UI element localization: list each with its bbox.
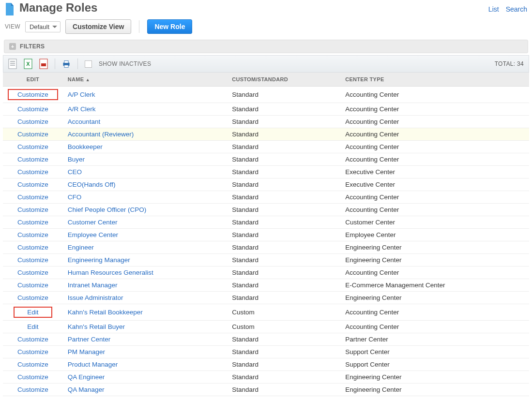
role-name-link[interactable]: Bookkeeper [68,143,103,150]
svg-rect-1 [10,61,15,62]
svg-text:X: X [26,61,30,67]
role-name-link[interactable]: Intranet Manager [68,281,118,289]
role-name-link[interactable]: Human Resources Generalist [68,269,153,276]
table-row: CustomizeEngineering ManagerStandardEngi… [3,254,529,267]
customize-role-link[interactable]: Customize [17,269,48,276]
toolbar: X SHOW INACTIVES TOTAL: 34 [3,55,529,73]
view-select[interactable]: Default [25,21,61,32]
print-icon[interactable] [62,59,71,69]
role-name-link[interactable]: Issue Administrator [68,294,123,301]
table-row: CustomizeResource ManagerStandardSupport… [3,396,529,400]
customize-role-link[interactable]: Customize [17,193,48,201]
role-center: Accounting Center [340,204,529,216]
column-edit[interactable]: EDIT [3,73,63,87]
page-file-icon [5,3,15,15]
role-name-link[interactable]: Kahn's Retail Buyer [68,323,125,330]
customize-role-link[interactable]: Customize [17,206,48,213]
column-type[interactable]: CUSTOM/STANDARD [227,73,340,87]
role-center: Support Center [340,358,529,371]
role-name-link[interactable]: QA Engineer [68,373,105,381]
role-name-link[interactable]: Employee Center [68,231,118,238]
customize-role-link[interactable]: Customize [17,348,48,356]
chevron-down-icon [52,26,57,28]
divider [139,20,139,33]
search-link[interactable]: Search [506,5,527,13]
table-row: CustomizeBuyerStandardAccounting Center [3,153,529,166]
show-inactives-checkbox[interactable] [85,60,92,68]
role-type: Standard [227,116,340,128]
role-name-link[interactable]: CEO(Hands Off) [68,181,116,188]
role-name-link[interactable]: CFO [68,193,82,201]
export-csv-icon[interactable] [8,59,17,69]
export-excel-icon[interactable]: X [24,59,32,69]
customize-role-link[interactable]: Customize [17,231,48,238]
role-center: Accounting Center [340,153,529,166]
table-row: CustomizeCEO(Hands Off)StandardExecutive… [3,178,529,191]
table-row: CustomizeBookkeeperStandardAccounting Ce… [3,141,529,153]
customize-role-link[interactable]: Customize [17,131,48,138]
customize-role-link[interactable]: Customize [17,294,48,301]
role-name-link[interactable]: Engineering Manager [68,256,130,264]
role-type: Custom [227,304,340,321]
customize-role-link[interactable]: Customize [17,105,48,113]
edit-role-link[interactable]: Edit [27,309,38,316]
customize-role-link[interactable]: Customize [17,361,48,368]
table-row: CustomizeAccountant (Reviewer)StandardAc… [3,128,529,141]
edit-role-link[interactable]: Edit [27,323,38,330]
role-name-link[interactable]: Customer Center [68,219,118,226]
table-row: EditKahn's Retail BookkeeperCustomAccoun… [3,304,529,321]
customize-role-link[interactable]: Customize [17,373,48,381]
customize-role-link[interactable]: Customize [17,143,48,150]
filters-label: FILTERS [20,43,45,50]
table-row: CustomizeA/P ClerkStandardAccounting Cen… [3,87,529,103]
role-name-link[interactable]: Engineer [68,244,94,251]
column-name[interactable]: NAME ▲ [63,73,227,87]
filters-bar[interactable]: + FILTERS [4,40,528,53]
role-name-link[interactable]: CEO [68,168,82,176]
role-center: Accounting Center [340,304,529,321]
role-name-link[interactable]: Accountant (Reviewer) [68,131,134,138]
customize-role-link[interactable]: Customize [17,118,48,125]
list-link[interactable]: List [488,5,499,13]
customize-role-link[interactable]: Customize [17,256,48,264]
role-name-link[interactable]: Accountant [68,118,101,125]
customize-role-link[interactable]: Customize [17,219,48,226]
customize-role-link[interactable]: Customize [17,281,48,289]
customize-role-link[interactable]: Customize [17,244,48,251]
customize-role-link[interactable]: Customize [17,336,48,343]
customize-view-button[interactable]: Customize View [65,19,131,34]
customize-role-link[interactable]: Customize [17,181,48,188]
table-row: CustomizeIntranet ManagerStandardE-Comme… [3,279,529,292]
role-type: Standard [227,153,340,166]
svg-rect-0 [9,59,16,69]
role-name-link[interactable]: Partner Center [68,336,111,343]
sort-asc-icon: ▲ [86,77,90,82]
role-name-link[interactable]: Kahn's Retail Bookkeeper [68,309,143,316]
role-type: Standard [227,371,340,384]
role-name-link[interactable]: A/R Clerk [68,105,96,113]
role-type: Standard [227,267,340,279]
role-name-link[interactable]: A/P Clerk [68,91,95,98]
role-name-link[interactable]: QA Manager [68,386,105,393]
page-title: Manage Roles [19,1,97,15]
table-row: CustomizeCFOStandardAccounting Center [3,191,529,204]
table-row: CustomizePM ManagerStandardSupport Cente… [3,346,529,358]
view-label: VIEW [5,23,20,30]
svg-rect-3 [10,65,15,66]
role-name-link[interactable]: PM Manager [68,348,105,356]
customize-role-link[interactable]: Customize [17,91,48,98]
table-row: CustomizeEngineerStandardEngineering Cen… [3,241,529,254]
customize-role-link[interactable]: Customize [17,156,48,163]
table-row: CustomizeCustomer CenterStandardCustomer… [3,216,529,229]
role-name-link[interactable]: Buyer [68,156,85,163]
toolbar-divider [77,59,78,69]
customize-role-link[interactable]: Customize [17,168,48,176]
export-pdf-icon[interactable] [39,59,48,69]
role-name-link[interactable]: Product Manager [68,361,118,368]
role-center: Executive Center [340,178,529,191]
role-type: Standard [227,279,340,292]
column-center[interactable]: CENTER TYPE [340,73,529,87]
role-name-link[interactable]: Chief People Officer (CPO) [68,206,147,213]
customize-role-link[interactable]: Customize [17,386,48,393]
new-role-button[interactable]: New Role [147,19,192,34]
